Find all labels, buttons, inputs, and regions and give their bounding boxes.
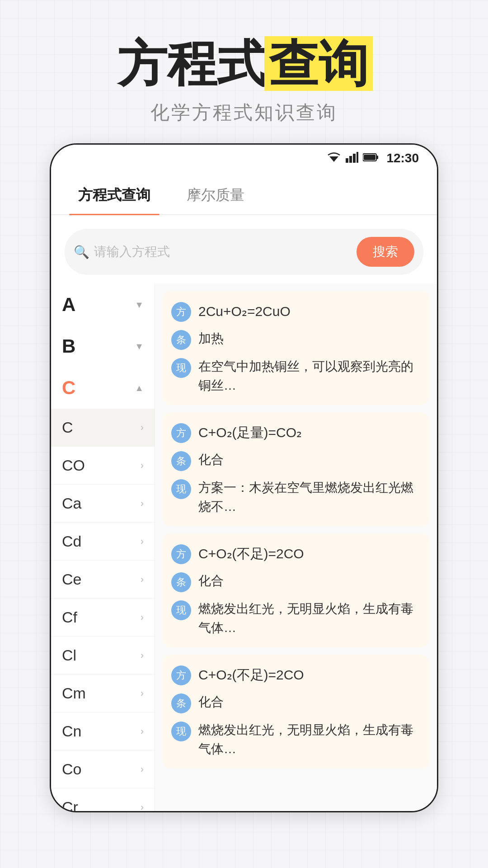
condition-badge-4: 条 bbox=[171, 693, 191, 713]
formula-text-2: C+O₂(足量)=CO₂ bbox=[198, 422, 421, 443]
sidebar-item-cn[interactable]: Cn › bbox=[51, 712, 155, 750]
phenomenon-badge-3: 现 bbox=[171, 600, 191, 620]
chevron-right-icon: › bbox=[141, 802, 144, 811]
chevron-down-icon: ▼ bbox=[135, 300, 144, 310]
sidebar-item-cl[interactable]: Cl › bbox=[51, 637, 155, 675]
status-time: 12:30 bbox=[386, 151, 419, 165]
chevron-right-icon: › bbox=[141, 536, 144, 547]
svg-rect-3 bbox=[353, 154, 356, 163]
chevron-right-icon: › bbox=[141, 498, 144, 509]
phenomenon-row-2: 现 方案一：木炭在空气里燃烧发出红光燃烧不… bbox=[171, 478, 421, 516]
sidebar-section-a[interactable]: A ▼ bbox=[51, 284, 155, 326]
chevron-right-icon: › bbox=[141, 460, 144, 472]
sidebar-section-b[interactable]: B ▼ bbox=[51, 326, 155, 367]
phenomenon-badge-1: 现 bbox=[171, 358, 191, 378]
equation-card-1[interactable]: 方 2Cu+O₂=2CuO 条 加热 现 在空气中加热 bbox=[162, 291, 430, 405]
sidebar-list: A ▼ B ▼ C ▲ C bbox=[51, 284, 155, 811]
app-title: 方程式查询 bbox=[117, 36, 371, 91]
search-icon: 🔍 bbox=[74, 245, 89, 259]
svg-rect-2 bbox=[349, 156, 352, 163]
search-input[interactable]: 请输入方程式 bbox=[94, 243, 352, 260]
formula-row-2: 方 C+O₂(足量)=CO₂ bbox=[171, 422, 421, 443]
equation-card-2[interactable]: 方 C+O₂(足量)=CO₂ 条 化合 现 方案一：木 bbox=[162, 412, 430, 526]
main-content: A ▼ B ▼ C ▲ C bbox=[51, 284, 437, 811]
title-part1: 方程式 bbox=[117, 36, 267, 91]
sidebar-item-ce[interactable]: Ce › bbox=[51, 561, 155, 599]
condition-text-4: 化合 bbox=[198, 693, 421, 712]
condition-badge-3: 条 bbox=[171, 572, 191, 592]
chevron-right-icon: › bbox=[141, 688, 144, 699]
title-highlighted: 查询 bbox=[264, 36, 373, 91]
condition-row-2: 条 化合 bbox=[171, 450, 421, 471]
sidebar-item-ca[interactable]: Ca › bbox=[51, 485, 155, 523]
wifi-icon bbox=[327, 152, 341, 165]
status-bar: 12:30 bbox=[51, 145, 437, 172]
app-subtitle: 化学方程式知识查询 bbox=[117, 100, 371, 125]
svg-rect-6 bbox=[376, 156, 378, 159]
chevron-right-icon: › bbox=[141, 422, 144, 434]
phenomenon-row-1: 现 在空气中加热铜丝，可以观察到光亮的铜丝… bbox=[171, 357, 421, 395]
condition-row-3: 条 化合 bbox=[171, 571, 421, 592]
search-button[interactable]: 搜索 bbox=[357, 237, 414, 267]
phenomenon-text-4: 燃烧发出红光，无明显火焰，生成有毒气体… bbox=[198, 721, 421, 759]
sidebar-item-co[interactable]: CO › bbox=[51, 447, 155, 485]
sidebar-item-cr[interactable]: Cr › bbox=[51, 788, 155, 811]
phenomenon-row-3: 现 燃烧发出红光，无明显火焰，生成有毒气体… bbox=[171, 599, 421, 637]
formula-badge-1: 方 bbox=[171, 302, 191, 322]
chevron-down-icon: ▼ bbox=[135, 341, 144, 352]
sidebar-section-c[interactable]: C ▲ bbox=[51, 367, 155, 409]
sidebar-item-co2[interactable]: Co › bbox=[51, 750, 155, 788]
svg-marker-0 bbox=[329, 156, 338, 162]
tab-molar-mass[interactable]: 摩尔质量 bbox=[178, 181, 253, 214]
condition-text-1: 加热 bbox=[198, 329, 421, 348]
phenomenon-text-1: 在空气中加热铜丝，可以观察到光亮的铜丝… bbox=[198, 357, 421, 395]
svg-rect-4 bbox=[357, 152, 358, 163]
formula-text-3: C+O₂(不足)=2CO bbox=[198, 543, 421, 564]
sidebar-item-cf[interactable]: Cf › bbox=[51, 599, 155, 637]
tab-formula-query[interactable]: 方程式查询 bbox=[69, 181, 160, 214]
app-header: 方程式查询 化学方程式知识查询 bbox=[117, 0, 371, 143]
chevron-right-icon: › bbox=[141, 574, 144, 585]
formula-badge-4: 方 bbox=[171, 665, 191, 685]
formula-badge-3: 方 bbox=[171, 544, 191, 564]
phenomenon-text-3: 燃烧发出红光，无明显火焰，生成有毒气体… bbox=[198, 599, 421, 637]
formula-text-1: 2Cu+O₂=2CuO bbox=[198, 301, 421, 321]
signal-icon bbox=[346, 152, 358, 165]
equation-card-3[interactable]: 方 C+O₂(不足)=2CO 条 化合 现 燃烧发出红 bbox=[162, 533, 430, 647]
formula-row-4: 方 C+O₂(不足)=2CO bbox=[171, 665, 421, 685]
svg-rect-1 bbox=[346, 158, 348, 163]
formula-row-1: 方 2Cu+O₂=2CuO bbox=[171, 301, 421, 322]
chevron-right-icon: › bbox=[141, 726, 144, 737]
formula-row-3: 方 C+O₂(不足)=2CO bbox=[171, 543, 421, 564]
phenomenon-badge-2: 现 bbox=[171, 479, 191, 499]
formula-text-4: C+O₂(不足)=2CO bbox=[198, 665, 421, 685]
chevron-right-icon: › bbox=[141, 612, 144, 623]
nav-tabs: 方程式查询 摩尔质量 bbox=[51, 172, 437, 215]
formula-badge-2: 方 bbox=[171, 423, 191, 443]
phenomenon-row-4: 现 燃烧发出红光，无明显火焰，生成有毒气体… bbox=[171, 721, 421, 759]
condition-badge-2: 条 bbox=[171, 451, 191, 471]
search-bar: 🔍 请输入方程式 搜索 bbox=[65, 229, 423, 275]
content-panel: 方 2Cu+O₂=2CuO 条 加热 现 在空气中加热 bbox=[155, 284, 437, 811]
chevron-up-icon: ▲ bbox=[135, 383, 144, 393]
chevron-right-icon: › bbox=[141, 650, 144, 661]
battery-icon bbox=[363, 153, 378, 164]
condition-row-4: 条 化合 bbox=[171, 693, 421, 713]
svg-rect-7 bbox=[364, 155, 375, 160]
condition-text-3: 化合 bbox=[198, 571, 421, 590]
equation-card-4[interactable]: 方 C+O₂(不足)=2CO 条 化合 现 燃烧发出红 bbox=[162, 655, 430, 769]
sidebar-item-cd[interactable]: Cd › bbox=[51, 523, 155, 561]
chevron-right-icon: › bbox=[141, 764, 144, 775]
sidebar-item-c[interactable]: C › bbox=[51, 409, 155, 447]
phenomenon-badge-4: 现 bbox=[171, 722, 191, 741]
condition-row-1: 条 加热 bbox=[171, 329, 421, 350]
sidebar-item-cm[interactable]: Cm › bbox=[51, 675, 155, 712]
phone-mockup: 12:30 方程式查询 摩尔质量 🔍 请输入方程式 搜索 A bbox=[50, 143, 438, 812]
phenomenon-text-2: 方案一：木炭在空气里燃烧发出红光燃烧不… bbox=[198, 478, 421, 516]
condition-badge-1: 条 bbox=[171, 330, 191, 350]
condition-text-2: 化合 bbox=[198, 450, 421, 469]
status-icons: 12:30 bbox=[327, 151, 419, 165]
